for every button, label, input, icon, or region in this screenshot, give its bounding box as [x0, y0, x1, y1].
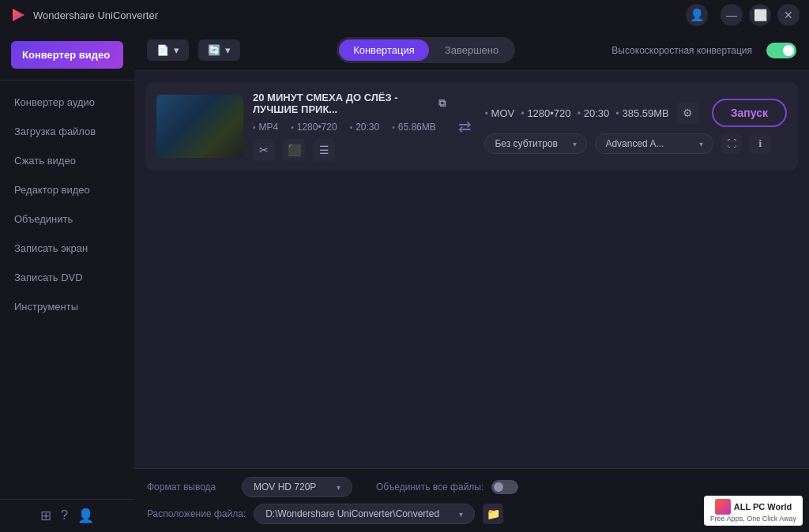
source-size: • 65.86MB	[392, 122, 436, 133]
expand-icon[interactable]: ⛶	[721, 133, 742, 154]
sidebar-nav: Конвертер аудио Загрузка файлов Сжать ви…	[0, 81, 134, 499]
app-window: Wondershare UniConverter 👤 — ⬜ ✕ Конверт…	[0, 0, 809, 532]
tab-done[interactable]: Завершено	[431, 39, 513, 61]
sidebar-bottom: ⊞ ? 👤	[0, 499, 134, 532]
sidebar-active-section: Конвертер видео	[0, 30, 134, 81]
sidebar-item-compress[interactable]: Сжать видео	[3, 147, 131, 174]
sidebar-item-tools[interactable]: Инструменты	[3, 293, 131, 320]
format-select[interactable]: MOV HD 720P ▾	[242, 477, 352, 497]
content-header: 📄 ▾ 🔄 ▾ Конвертация Завершено Высокоскор…	[134, 30, 809, 71]
external-link-icon[interactable]: ⧉	[438, 97, 446, 110]
output-sub-row: Без субтитров ▾ Advanced A... ▾ ⛶ ℹ	[484, 133, 787, 154]
file-tools: ✂ ⬛ ☰	[253, 139, 446, 161]
convert-icon: 🔄	[208, 44, 220, 56]
output-settings: • MOV • 1280•720 • 20:30	[484, 99, 787, 154]
add-file-button[interactable]: 📄 ▾	[147, 39, 189, 61]
tab-convert[interactable]: Конвертация	[339, 39, 429, 61]
output-duration: • 20:30	[578, 107, 610, 119]
output-format-info: • MOV • 1280•720 • 20:30	[484, 107, 668, 119]
subtitle-dropdown[interactable]: Без субтитров ▾	[484, 133, 587, 154]
minimize-button[interactable]: —	[721, 4, 743, 26]
source-duration: • 20:30	[350, 122, 380, 133]
sidebar: Конвертер видео Конвертер аудио Загрузка…	[0, 30, 134, 532]
path-row: Расположение файла: D:\Wondershare UniCo…	[147, 504, 796, 524]
audio-dropdown[interactable]: Advanced A... ▾	[595, 133, 713, 154]
tab-group: Конвертация Завершено	[337, 37, 515, 63]
sidebar-item-record[interactable]: Записать экран	[3, 234, 131, 262]
subtitle-chevron-icon: ▾	[573, 140, 577, 148]
watermark-title: ALL PC World	[734, 502, 792, 511]
close-button[interactable]: ✕	[777, 4, 800, 26]
user-icon[interactable]: 👤	[77, 508, 94, 524]
file-thumbnail	[156, 95, 243, 158]
source-format: • MP4	[253, 122, 278, 133]
convert-chevron: ▾	[225, 44, 231, 56]
help-icon[interactable]: ?	[61, 508, 68, 524]
settings-gear-icon[interactable]: ⚙	[677, 102, 699, 124]
source-resolution: • 1280•720	[291, 122, 337, 133]
path-select[interactable]: D:\Wondershare UniConverter\Converted ▾	[254, 504, 475, 524]
sidebar-item-audio[interactable]: Конвертер аудио	[3, 88, 131, 116]
sidebar-item-editor[interactable]: Редактор видео	[3, 176, 131, 204]
speed-toggle[interactable]	[766, 43, 796, 58]
speed-label: Высокоскоростная конвертация	[611, 45, 752, 56]
watermark: ALL PC World Free Apps, One Click Away	[704, 496, 803, 526]
output-resolution: • 1280•720	[521, 107, 570, 119]
merge-toggle[interactable]	[491, 480, 518, 494]
grid-icon[interactable]: ⊞	[40, 508, 51, 524]
svg-marker-0	[13, 9, 24, 21]
cut-tool[interactable]: ✂	[253, 139, 275, 161]
file-info: 20 МИНУТ СМЕХА ДО СЛЁЗ - ЛУЧШИЕ ПРИК... …	[253, 92, 446, 161]
merge-label: Объединить все файлы:	[376, 481, 484, 493]
watermark-sub: Free Apps, One Click Away	[710, 515, 796, 523]
format-chevron-icon: ▾	[337, 483, 341, 492]
file-title: 20 МИНУТ СМЕХА ДО СЛЁЗ - ЛУЧШИЕ ПРИК... …	[253, 92, 446, 115]
effects-tool[interactable]: ☰	[313, 139, 335, 161]
start-button[interactable]: Запуск	[712, 99, 787, 127]
path-chevron-icon: ▾	[459, 510, 463, 519]
sidebar-item-dvd[interactable]: Записать DVD	[3, 264, 131, 291]
source-meta: • MP4 • 1280•720 • 20:30	[253, 122, 446, 133]
thumbnail-image	[156, 95, 243, 158]
content-area: 📄 ▾ 🔄 ▾ Конвертация Завершено Высокоскор…	[134, 30, 809, 532]
crop-tool[interactable]: ⬛	[283, 139, 305, 161]
output-format-row: • MOV • 1280•720 • 20:30	[484, 99, 787, 127]
output-size: • 385.59MB	[615, 107, 668, 119]
watermark-logo	[715, 499, 731, 515]
convert-arrow-icon: ⇄	[455, 117, 475, 136]
output-format: • MOV	[484, 107, 514, 119]
folder-icon[interactable]: 📁	[483, 504, 503, 524]
add-file-icon: 📄	[156, 44, 169, 56]
format-row: Формат вывода MOV HD 720P ▾ Объединить в…	[147, 477, 796, 497]
maximize-button[interactable]: ⬜	[749, 4, 771, 26]
file-item: 20 МИНУТ СМЕХА ДО СЛЁЗ - ЛУЧШИЕ ПРИК... …	[145, 82, 798, 170]
title-bar: Wondershare UniConverter 👤 — ⬜ ✕	[0, 0, 809, 30]
app-logo	[9, 6, 27, 24]
format-label: Формат вывода	[147, 481, 234, 493]
info-icon[interactable]: ℹ	[750, 133, 770, 154]
file-list-area: 20 МИНУТ СМЕХА ДО СЛЁЗ - ЛУЧШИЕ ПРИК... …	[134, 71, 809, 468]
audio-chevron-icon: ▾	[699, 140, 703, 148]
convert-mode-button[interactable]: 🔄 ▾	[198, 39, 240, 61]
app-title: Wondershare UniConverter	[33, 9, 686, 21]
sidebar-item-download[interactable]: Загрузка файлов	[3, 118, 131, 145]
main-layout: Конвертер видео Конвертер аудио Загрузка…	[0, 30, 809, 532]
user-account-icon[interactable]: 👤	[686, 4, 708, 26]
add-file-chevron: ▾	[174, 44, 179, 56]
sidebar-item-video-converter[interactable]: Конвертер видео	[11, 41, 123, 69]
path-label: Расположение файла:	[147, 508, 246, 519]
window-controls: 👤 — ⬜ ✕	[686, 4, 800, 26]
sidebar-item-merge[interactable]: Объединить	[3, 205, 131, 233]
